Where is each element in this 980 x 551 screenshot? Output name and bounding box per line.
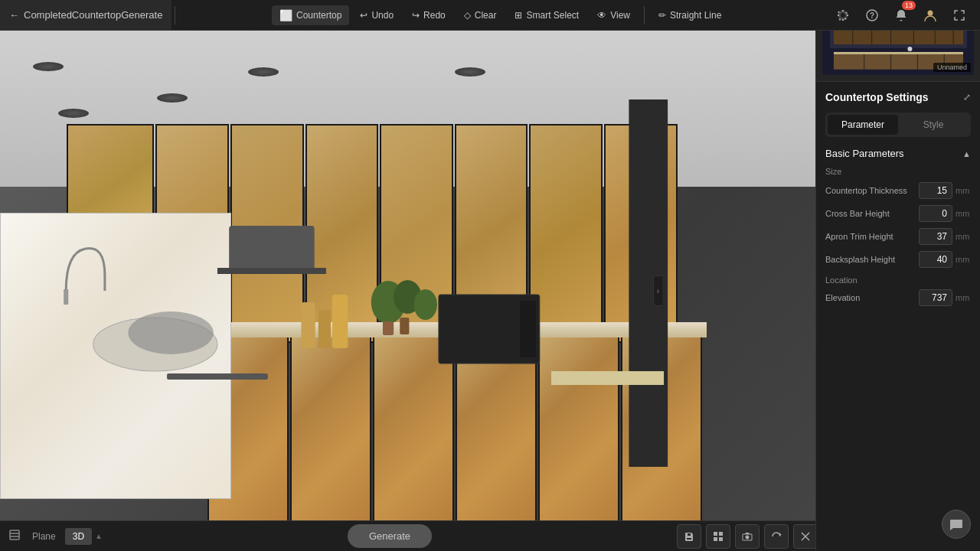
ceiling-light-2 (248, 67, 279, 77)
bottom-tool-camera[interactable] (735, 524, 760, 549)
size-label: Size (825, 167, 971, 176)
expand-button[interactable] (948, 4, 971, 27)
panel-collapse-button[interactable]: › (653, 276, 662, 306)
settings-panel: Countertop Settings ⤢ Parameter Style Ba… (816, 82, 980, 551)
bottom-tool-save[interactable] (677, 524, 701, 549)
svg-rect-26 (714, 537, 717, 541)
help-button[interactable]: ? (861, 4, 884, 27)
svg-rect-25 (719, 532, 723, 536)
view-icon: 👁 (597, 10, 606, 21)
elevation-unit: mm (956, 293, 971, 302)
elevation-input[interactable] (919, 289, 952, 306)
back-button[interactable]: ← CompletedCountertopGenerate (0, 0, 172, 30)
backsplash-height-label: Backsplash Height (825, 255, 919, 264)
main-viewport[interactable]: › (0, 31, 827, 551)
ceiling-light-4 (157, 93, 188, 103)
cross-bar-height-input[interactable] (919, 205, 952, 222)
plane-view-button[interactable]: Plane (24, 528, 64, 545)
toolbar-center: ⬜ Countertop ↩ Undo ↪ Redo ◇ Clear ⊞ Sma… (178, 5, 822, 25)
tab-parameter[interactable]: Parameter (828, 115, 898, 135)
settings-header: Countertop Settings ⤢ (825, 91, 971, 103)
notifications-button[interactable]: 13 (890, 4, 913, 27)
svg-rect-24 (714, 532, 717, 536)
countertop-thickness-label: Countertop Thickness (825, 186, 919, 195)
redo-button[interactable]: ↪ Redo (404, 6, 453, 24)
cross-bar-height-row: Cross Bar Height mm (825, 205, 971, 222)
lower-unit-6 (621, 332, 702, 551)
toolbar-right: ? 13 (822, 4, 980, 27)
countertop-thickness-input[interactable] (919, 182, 952, 199)
elevation-label: Elevation (825, 293, 919, 302)
clear-button[interactable]: ◇ Clear (456, 6, 505, 24)
cabinet-unit-8 (604, 124, 678, 343)
bottom-tool-close[interactable] (793, 524, 818, 549)
view-toggle-group: Plane 3D ▲ (9, 528, 103, 545)
basic-params-section: Basic Parameters Size Countertop Thickne… (825, 148, 971, 306)
back-icon: ← (9, 9, 19, 21)
straight-line-icon: ✏ (658, 10, 666, 21)
lower-unit-3 (373, 332, 454, 551)
lower-unit-5 (538, 332, 619, 551)
undo-label: Undo (371, 10, 394, 21)
smart-select-button[interactable]: ⊞ Smart Select (507, 6, 586, 24)
svg-point-46 (907, 47, 912, 51)
chat-icon (949, 517, 963, 531)
settings-tab-group: Parameter Style (825, 112, 971, 137)
smart-select-label: Smart Select (526, 10, 579, 21)
clear-label: Clear (475, 10, 497, 21)
basic-params-title: Basic Parameters (825, 148, 904, 159)
settings-button[interactable] (831, 4, 854, 27)
countertop-thickness-row: Countertop Thickness mm (825, 182, 971, 199)
straight-line-button[interactable]: ✏ Straight Line (651, 6, 729, 24)
cross-bar-height-input-group: mm (919, 205, 971, 222)
svg-rect-40 (834, 52, 963, 54)
countertop-tool-button[interactable]: ⬜ Countertop (272, 5, 349, 25)
settings-expand-icon[interactable]: ⤢ (963, 92, 971, 103)
countertop-surface (207, 322, 707, 337)
lower-unit-4 (456, 332, 537, 551)
apron-trim-height-unit: mm (956, 232, 971, 241)
ceiling-light-3 (455, 67, 485, 77)
app-title: CompletedCountertopGenerate (24, 9, 162, 21)
redo-label: Redo (423, 10, 446, 21)
support-chat-button[interactable] (942, 510, 971, 539)
bottom-tool-grid[interactable] (706, 524, 730, 549)
view-button[interactable]: 👁 View (590, 6, 638, 24)
ceiling-light-1 (33, 62, 64, 71)
bottom-tool-rotate[interactable] (764, 524, 789, 549)
countertop-thickness-unit: mm (956, 186, 971, 195)
cabinet-unit-4 (305, 124, 379, 343)
basic-params-collapse-icon[interactable] (962, 149, 971, 158)
toolbar: ← CompletedCountertopGenerate ⬜ Countert… (0, 0, 980, 31)
view-label: View (610, 10, 630, 21)
elevation-row: Elevation mm (825, 289, 971, 306)
backsplash-height-input[interactable] (919, 251, 952, 268)
undo-button[interactable]: ↩ Undo (352, 6, 401, 24)
countertop-icon: ⬜ (279, 9, 292, 21)
svg-text:?: ? (870, 11, 874, 20)
cabinet-unit-3 (230, 124, 304, 343)
cabinet-unit-7 (529, 124, 603, 343)
cabinet-unit-5 (380, 124, 453, 343)
toolbar-divider (175, 6, 175, 24)
svg-rect-21 (10, 530, 19, 540)
clear-icon: ◇ (464, 10, 471, 21)
basic-params-header: Basic Parameters (825, 148, 971, 159)
apron-trim-height-row: Apron Trim Height mm (825, 228, 971, 245)
location-label: Location (825, 276, 971, 285)
generate-button[interactable]: Generate (348, 524, 432, 548)
bottom-tools-group (677, 524, 818, 549)
tab-style[interactable]: Style (898, 115, 969, 135)
apron-trim-height-label: Apron Trim Height (825, 232, 919, 241)
cross-bar-height-unit: mm (956, 209, 971, 218)
3d-view-button[interactable]: 3D (65, 528, 92, 545)
apron-trim-height-input[interactable] (919, 228, 952, 245)
profile-button[interactable] (919, 4, 942, 27)
svg-point-2 (928, 10, 933, 15)
view-icon-small (9, 530, 20, 543)
kitchen-island (0, 213, 231, 499)
backsplash-height-row: Backsplash Height mm (825, 251, 971, 268)
elevation-input-group: mm (919, 289, 971, 306)
apron-trim-height-input-group: mm (919, 228, 971, 245)
bottom-toolbar: Plane 3D ▲ Generate (0, 520, 827, 551)
